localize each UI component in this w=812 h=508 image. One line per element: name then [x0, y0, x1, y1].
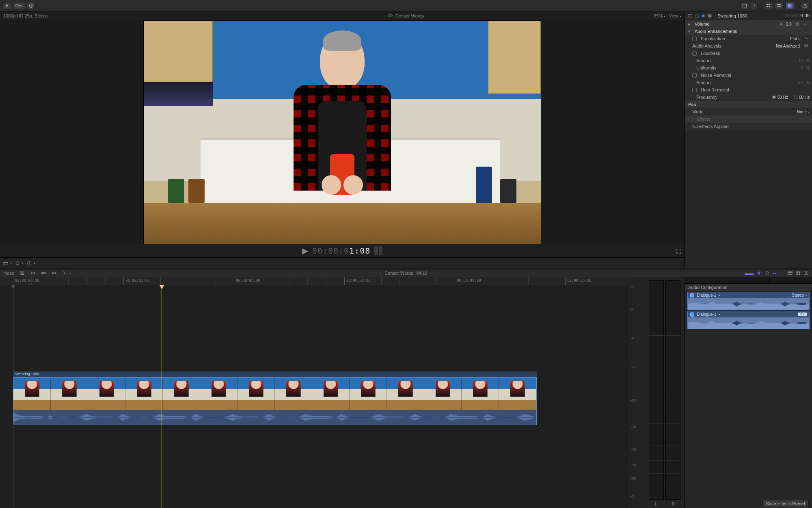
viewer-controls-bar	[0, 257, 685, 269]
audio-config-tabs[interactable]	[685, 277, 812, 284]
audio-inspector-tab[interactable]	[700, 13, 706, 19]
fullscreen-button[interactable]	[676, 246, 681, 256]
timeline-tracks[interactable]: 00:00:00:0000:00:01:0000:00:02:0000:00:0…	[0, 277, 628, 508]
background-tasks-button[interactable]	[27, 2, 36, 9]
component-disclosure-icon[interactable]: ▾	[719, 313, 720, 316]
clip-appearance-button[interactable]	[788, 271, 793, 276]
audio-component[interactable]: Dialogue-1▾Stereo	[687, 292, 810, 310]
zoom-dropdown[interactable]: 65%	[654, 13, 665, 18]
video-inspector-tab[interactable]	[687, 13, 693, 19]
media-picker-button[interactable]	[740, 2, 749, 9]
svg-rect-22	[34, 272, 35, 274]
retime-dropdown[interactable]	[27, 261, 35, 266]
timeline-prev-button[interactable]: ‹	[380, 271, 382, 276]
hum-removal-row: Hum Removal	[685, 86, 812, 93]
loudness-row: Loudness	[685, 50, 812, 57]
clip-audio-waveform[interactable]	[13, 410, 537, 425]
disclosure-icon[interactable]: ▸	[688, 22, 691, 27]
noise-removal-row: Noise Removal	[685, 72, 812, 79]
overwrite-clip-button[interactable]	[52, 271, 56, 276]
layout-browser-button[interactable]	[764, 2, 773, 9]
slider-thumb[interactable]: ·	[794, 65, 798, 70]
index-button[interactable]: Index	[3, 271, 14, 276]
clip-video-filmstrip[interactable]	[13, 377, 537, 410]
equalization-checkbox[interactable]	[692, 37, 697, 41]
svg-rect-23	[41, 272, 44, 274]
mini-audio-meter	[374, 246, 382, 255]
timeline-toolbar: Index ‹ Censor Words 04:18 › ▬▬ ▪▪	[0, 269, 812, 277]
hum-50hz-radio[interactable]: 50 Hz	[772, 95, 788, 100]
svg-rect-20	[21, 274, 24, 275]
analyze-button[interactable]	[804, 43, 810, 49]
transitions-browser-button[interactable]	[804, 271, 809, 276]
effects-header: Effects	[685, 115, 812, 123]
volume-value[interactable]: 0.0	[786, 22, 792, 26]
slider-thumb[interactable]: ·	[792, 58, 796, 63]
svg-rect-3	[767, 4, 768, 5]
effects-checkbox[interactable]	[688, 117, 693, 122]
noise-amount-value[interactable]: 50	[798, 80, 803, 85]
project-title: Censor Words	[395, 13, 424, 18]
svg-rect-19	[21, 271, 24, 273]
loudness-checkbox[interactable]	[692, 51, 697, 56]
snapping-toggle[interactable]: ▪▪	[773, 271, 776, 276]
hum-60hz-radio[interactable]: 60 Hz	[794, 95, 810, 100]
svg-rect-30	[799, 271, 800, 273]
svg-rect-26	[53, 272, 54, 275]
hum-checkbox[interactable]	[692, 88, 697, 92]
save-effects-preset-button[interactable]: Save Effects Preset	[762, 500, 809, 507]
primary-storyline-clip[interactable]: Swearing 1080	[13, 377, 537, 426]
skimming-toggle[interactable]: ▬▬	[745, 271, 754, 276]
keyframe-button[interactable]: ◆	[780, 22, 784, 27]
equalization-dropdown[interactable]: Flat	[790, 37, 800, 41]
media-picker-dropdown[interactable]	[751, 2, 758, 9]
component-checkbox[interactable]	[690, 293, 694, 297]
svg-rect-24	[44, 272, 45, 274]
component-waveform	[688, 317, 809, 329]
slider-thumb[interactable]: ·	[792, 80, 796, 85]
play-icon[interactable]: ▶	[302, 246, 308, 256]
timeline-ruler[interactable]: 00:00:00:0000:00:01:0000:00:02:0000:00:0…	[0, 277, 628, 285]
tools-dropdown[interactable]	[62, 271, 71, 276]
viewer-canvas[interactable]	[0, 20, 685, 244]
pan-mode-dropdown[interactable]: None	[797, 110, 810, 114]
import-button[interactable]	[2, 2, 11, 9]
eq-graph-button[interactable]	[804, 36, 810, 41]
component-mode-dropdown[interactable]: Stereo	[792, 293, 807, 297]
component-checkbox[interactable]	[690, 313, 694, 317]
append-clip-button[interactable]	[41, 271, 46, 276]
app-toolbar	[0, 0, 812, 11]
keyword-button[interactable]	[13, 2, 25, 9]
svg-rect-6	[769, 6, 770, 7]
noise-checkbox[interactable]	[692, 73, 697, 78]
svg-rect-8	[777, 6, 781, 7]
generator-inspector-tab[interactable]	[694, 13, 700, 19]
loudness-uniformity-value[interactable]: 0	[801, 66, 803, 70]
reset-button[interactable]: ↩	[804, 22, 810, 27]
layout-inspector-button[interactable]	[785, 2, 794, 9]
timeline-next-button[interactable]: ›	[431, 271, 432, 276]
svg-rect-31	[797, 274, 798, 275]
view-dropdown[interactable]: View	[669, 13, 681, 18]
loudness-amount-row: Amount · 40 %	[685, 57, 812, 64]
solo-toggle[interactable]	[765, 271, 770, 276]
component-disclosure-icon[interactable]: ▾	[719, 293, 720, 297]
audio-component[interactable]: Dialogue-1▾EX	[687, 311, 810, 329]
playhead[interactable]	[162, 285, 162, 508]
timecode-dim: 00:00:0	[312, 246, 349, 256]
audio-skimming-toggle[interactable]	[757, 271, 762, 276]
connect-clip-button[interactable]	[20, 271, 25, 276]
insert-clip-button[interactable]	[30, 271, 35, 276]
clip-appearance-dropdown[interactable]	[3, 261, 12, 266]
info-inspector-tab[interactable]: i	[707, 13, 713, 19]
layout-timeline-button[interactable]	[775, 2, 784, 9]
effects-dropdown[interactable]	[15, 261, 24, 266]
share-button[interactable]	[801, 2, 810, 9]
disclosure-icon[interactable]: ▾	[688, 29, 691, 34]
loudness-amount-value[interactable]: 40	[798, 59, 803, 63]
svg-rect-32	[799, 274, 800, 275]
component-name: Dialogue-1	[697, 293, 716, 297]
role-badge[interactable]: EX	[798, 313, 807, 316]
effects-browser-button[interactable]	[796, 271, 801, 276]
svg-rect-11	[389, 15, 392, 17]
